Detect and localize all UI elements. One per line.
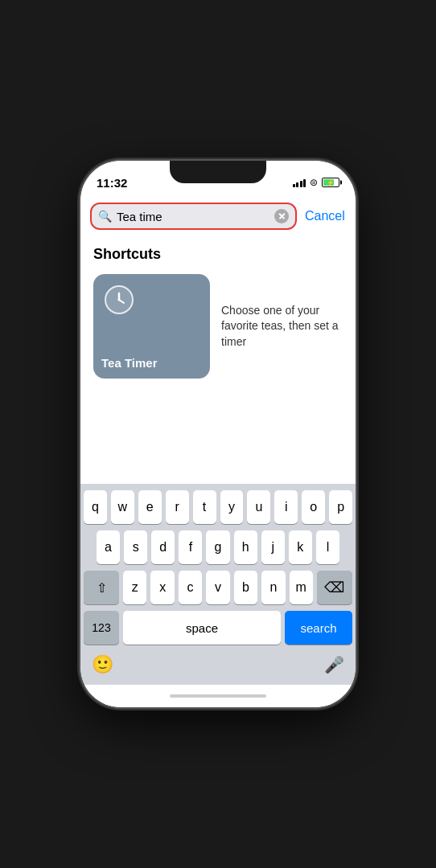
key-n[interactable]: n — [261, 571, 285, 604]
search-clear-button[interactable] — [274, 209, 289, 223]
battery-icon: ⚡ — [322, 178, 339, 187]
keyboard-bottom: 🙂 🎤 — [84, 651, 352, 682]
clock-icon — [105, 285, 134, 314]
space-key[interactable]: space — [123, 611, 281, 645]
key-i[interactable]: i — [274, 490, 298, 524]
cancel-button[interactable]: Cancel — [303, 209, 347, 223]
key-y[interactable]: y — [220, 490, 244, 524]
key-g[interactable]: g — [206, 530, 229, 564]
shortcut-card[interactable]: Tea Timer Choose one of your favorite te… — [93, 274, 343, 379]
search-bar-container: 🔍 Cancel — [90, 203, 346, 230]
phone-frame: 11:32 ⊜ ⚡ 🔍 Cancel — [80, 161, 356, 707]
shortcut-description: Choose one of your favorite teas, then s… — [221, 303, 343, 350]
notch — [170, 161, 266, 183]
home-indicator — [80, 685, 356, 707]
keyboard-row-2: a s d f g h j k l — [84, 530, 352, 564]
key-j[interactable]: j — [261, 530, 285, 564]
svg-point-3 — [118, 299, 121, 301]
emoji-icon[interactable]: 🙂 — [92, 654, 113, 675]
keyboard-row-1: q w e r t y u i o p — [84, 490, 352, 524]
main-content: Shortcuts Tea Timer Choose one of your f… — [80, 236, 356, 484]
screen: 11:32 ⊜ ⚡ 🔍 Cancel — [80, 161, 356, 707]
key-w[interactable]: w — [111, 490, 134, 524]
key-f[interactable]: f — [179, 530, 202, 564]
key-m[interactable]: m — [290, 571, 313, 604]
key-x[interactable]: x — [150, 571, 174, 604]
shortcut-name: Tea Timer — [101, 356, 157, 371]
key-d[interactable]: d — [151, 530, 175, 564]
key-z[interactable]: z — [123, 571, 146, 604]
battery-bolt-icon: ⚡ — [327, 179, 335, 186]
key-a[interactable]: a — [97, 530, 120, 564]
keyboard-row-4: 123 space search — [84, 611, 352, 645]
key-p[interactable]: p — [329, 490, 352, 524]
shift-key[interactable]: ⇧ — [84, 571, 119, 604]
key-r[interactable]: r — [166, 490, 189, 524]
wifi-icon: ⊜ — [310, 177, 318, 188]
microphone-icon[interactable]: 🎤 — [324, 655, 344, 674]
search-magnifier-icon: 🔍 — [98, 210, 112, 223]
key-o[interactable]: o — [302, 490, 325, 524]
key-h[interactable]: h — [234, 530, 257, 564]
shortcuts-section-title: Shortcuts — [93, 246, 343, 263]
shortcut-thumbnail[interactable]: Tea Timer — [93, 274, 210, 379]
key-t[interactable]: t — [193, 490, 216, 524]
search-area: 🔍 Cancel — [80, 196, 356, 236]
key-e[interactable]: e — [138, 490, 162, 524]
key-s[interactable]: s — [124, 530, 147, 564]
keyboard: q w e r t y u i o p a s d f g h j k — [80, 484, 356, 685]
key-c[interactable]: c — [179, 571, 202, 604]
status-bar: 11:32 ⊜ ⚡ — [80, 161, 356, 196]
key-q[interactable]: q — [84, 490, 107, 524]
key-l[interactable]: l — [316, 530, 339, 564]
numbers-key[interactable]: 123 — [84, 611, 119, 645]
signal-bars-icon — [293, 178, 306, 187]
search-key[interactable]: search — [285, 611, 352, 645]
status-icons: ⊜ ⚡ — [293, 177, 340, 188]
key-b[interactable]: b — [234, 571, 257, 604]
search-bar-wrapper[interactable]: 🔍 — [90, 203, 297, 230]
status-time: 11:32 — [97, 176, 127, 190]
key-v[interactable]: v — [206, 571, 229, 604]
keyboard-row-3: ⇧ z x c v b n m ⌫ — [84, 571, 352, 604]
home-bar — [170, 694, 266, 698]
search-input[interactable] — [117, 210, 269, 223]
delete-key[interactable]: ⌫ — [317, 571, 352, 604]
key-k[interactable]: k — [289, 530, 312, 564]
key-u[interactable]: u — [247, 490, 270, 524]
